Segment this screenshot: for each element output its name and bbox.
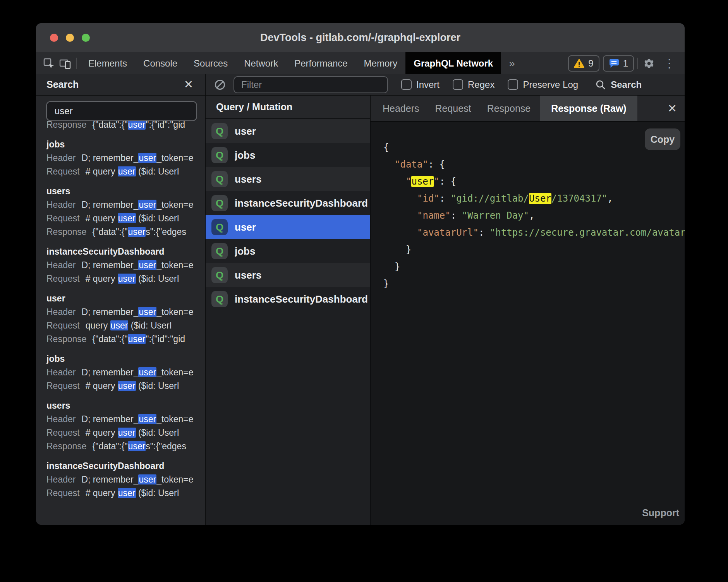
query-type-badge: Q xyxy=(211,291,228,307)
tab-sources[interactable]: Sources xyxy=(185,52,236,74)
detail-tab-response[interactable]: Response xyxy=(481,96,537,121)
gear-icon xyxy=(643,58,655,69)
device-toolbar-icon[interactable] xyxy=(57,55,73,72)
more-tabs-button[interactable]: » xyxy=(501,57,523,70)
match-highlight: user xyxy=(138,414,156,424)
search-result-line[interactable]: Response{"data":{"users":{"edges xyxy=(46,225,205,239)
json-token: "data" xyxy=(395,159,428,170)
search-input[interactable] xyxy=(46,101,197,121)
checkbox-box[interactable] xyxy=(453,79,463,90)
json-token: { xyxy=(440,159,445,170)
more-options-icon[interactable]: ⋮ xyxy=(660,57,678,69)
query-row-jobs[interactable]: Qjobs xyxy=(206,143,370,167)
json-token: { xyxy=(383,142,389,153)
checkbox-box[interactable] xyxy=(508,79,518,90)
checkbox-invert[interactable]: Invert xyxy=(401,79,440,90)
result-line-value: {"data":{"user":{"id":"gid xyxy=(93,121,185,130)
query-row-label: users xyxy=(235,173,261,185)
search-result-line[interactable]: HeaderD; remember_user_token=e xyxy=(46,198,205,212)
query-row-label: instanceSecurityDashboard xyxy=(235,197,368,209)
checkbox-regex[interactable]: Regex xyxy=(453,79,494,90)
match-highlight: user xyxy=(118,274,136,284)
result-line-value: D; remember_user_token=e xyxy=(81,367,193,377)
copy-button[interactable]: Copy xyxy=(645,128,680,150)
warning-count: 9 xyxy=(588,58,593,69)
query-row-users[interactable]: Qusers xyxy=(206,167,370,191)
console-warnings-badge[interactable]: 9 xyxy=(568,55,599,72)
json-token: "https://secure.gravatar.com/avatar xyxy=(490,227,685,238)
maximize-window-button[interactable] xyxy=(82,34,90,42)
search-result-line[interactable]: Request# query user ($id: UserI xyxy=(46,426,205,440)
close-window-button[interactable] xyxy=(50,34,58,42)
tab-console[interactable]: Console xyxy=(135,52,185,74)
json-token: } xyxy=(383,278,389,289)
result-line-value: # query user ($id: UserI xyxy=(86,213,179,223)
console-messages-badge[interactable]: 1 xyxy=(603,55,634,72)
search-result-line[interactable]: HeaderD; remember_user_token=e xyxy=(46,151,205,165)
detail-close-icon[interactable]: ✕ xyxy=(668,103,677,114)
settings-gear-icon[interactable] xyxy=(641,55,657,72)
search-result-line[interactable]: Request# query user ($id: UserI xyxy=(46,272,205,286)
search-result-line[interactable]: HeaderD; remember_user_token=e xyxy=(46,305,205,319)
devtools-tabs: ElementsConsoleSourcesNetworkPerformance… xyxy=(80,52,501,74)
search-result-line[interactable]: Response{"data":{"user":{"id":"gid xyxy=(46,121,205,132)
json-line: "id": "gid://gitlab/User/13704317", xyxy=(371,190,685,207)
minimize-window-button[interactable] xyxy=(66,34,74,42)
checkbox-preserve-log[interactable]: Preserve Log xyxy=(508,79,578,90)
search-result-line[interactable]: Request# query user ($id: UserI xyxy=(46,379,205,393)
result-line-label: Header xyxy=(46,153,76,163)
search-panel-close-icon[interactable]: ✕ xyxy=(184,79,193,90)
search-result-line[interactable]: Request# query user ($id: UserI xyxy=(46,486,205,500)
query-row-label: users xyxy=(235,269,261,281)
query-row-user[interactable]: Quser xyxy=(206,215,370,239)
search-result-line[interactable]: Request# query user ($id: UserI xyxy=(46,212,205,225)
tab-memory[interactable]: Memory xyxy=(356,52,406,74)
support-link[interactable]: Support xyxy=(642,507,679,519)
result-line-label: Response xyxy=(46,227,87,237)
filter-input[interactable] xyxy=(234,76,388,93)
detail-tab-headers[interactable]: Headers xyxy=(376,96,426,121)
result-line-value: {"data":{"users":{"edges xyxy=(93,441,186,451)
json-token: : xyxy=(451,210,462,221)
match-highlight: user xyxy=(118,381,136,391)
devtools-window: DevTools - gitlab.com/-/graphql-explorer… xyxy=(36,23,685,525)
query-row-label: instanceSecurityDashboard xyxy=(235,293,368,305)
toolbar-search-toggle[interactable]: Search xyxy=(595,79,642,90)
tab-network[interactable]: Network xyxy=(236,52,286,74)
json-token: /13704317" xyxy=(551,193,608,204)
search-result-line[interactable]: HeaderD; remember_user_token=e xyxy=(46,413,205,426)
search-result-line[interactable]: Response{"data":{"users":{"edges xyxy=(46,440,205,453)
network-panel-area: InvertRegexPreserve Log Search Query / M… xyxy=(206,74,685,525)
detail-tab-request[interactable]: Request xyxy=(429,96,477,121)
result-line-value: {"data":{"user":{"id":"gid xyxy=(93,334,185,344)
match-highlight: user xyxy=(128,227,146,237)
search-result-line[interactable]: Requestquery user ($id: UserI xyxy=(46,319,205,332)
search-result-line[interactable]: Request# query user ($id: UserI xyxy=(46,165,205,178)
checkbox-box[interactable] xyxy=(401,79,412,90)
tab-elements[interactable]: Elements xyxy=(80,52,135,74)
query-row-label: jobs xyxy=(235,149,255,161)
content-row: Query / Mutation QuserQjobsQusersQinstan… xyxy=(206,96,685,525)
search-result-line[interactable]: Response{"data":{"user":{"id":"gid xyxy=(46,332,205,346)
json-viewer: {"data": {"user": {"id": "gid://gitlab/U… xyxy=(371,139,685,292)
query-row-user[interactable]: Quser xyxy=(206,119,370,143)
inspect-element-icon[interactable] xyxy=(41,55,57,72)
query-row-users[interactable]: Qusers xyxy=(206,263,370,287)
match-highlight: user xyxy=(138,260,156,270)
desktop-background: DevTools - gitlab.com/-/graphql-explorer… xyxy=(0,0,728,582)
json-match-highlight: user xyxy=(411,176,434,187)
query-row-instancesecuritydashboard[interactable]: QinstanceSecurityDashboard xyxy=(206,191,370,215)
result-line-value: # query user ($id: UserI xyxy=(86,166,179,176)
search-result-line[interactable]: HeaderD; remember_user_token=e xyxy=(46,258,205,272)
query-row-jobs[interactable]: Qjobs xyxy=(206,239,370,263)
json-line: } xyxy=(371,241,685,258)
tab-graphql-network[interactable]: GraphQL Network xyxy=(405,52,501,74)
query-row-instancesecuritydashboard[interactable]: QinstanceSecurityDashboard xyxy=(206,287,370,311)
search-result-line[interactable]: HeaderD; remember_user_token=e xyxy=(46,366,205,379)
tab-performance[interactable]: Performance xyxy=(286,52,355,74)
clear-requests-icon[interactable] xyxy=(212,76,228,93)
detail-tab-response-raw-[interactable]: Response (Raw) xyxy=(540,96,637,121)
json-token: "avatarUrl" xyxy=(417,227,479,238)
json-token: } xyxy=(406,244,411,255)
search-result-line[interactable]: HeaderD; remember_user_token=e xyxy=(46,473,205,486)
